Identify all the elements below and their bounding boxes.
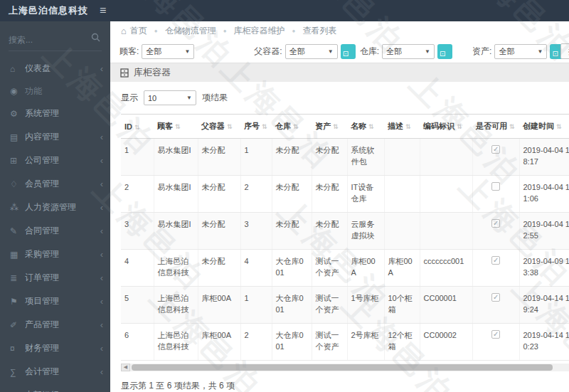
sidebar-item-accounting-management[interactable]: ∑会计管理‹	[0, 360, 110, 383]
sidebar-item-contract-management[interactable]: ✎合同管理‹	[0, 219, 110, 243]
search-input[interactable]	[9, 35, 90, 45]
column-header-code[interactable]: 编码标识⇅	[420, 115, 472, 139]
project-icon: ⚑	[10, 297, 25, 307]
sidebar-item-dashboard[interactable]: ⌂仪表盘‹	[0, 57, 110, 80]
cell-seq: 1	[240, 287, 272, 324]
column-header-warehouse[interactable]: 仓库⇅	[272, 115, 312, 139]
cell-seq: 2	[240, 324, 272, 361]
enabled-checkbox[interactable]	[491, 219, 500, 228]
column-header-name[interactable]: 名称⇅	[347, 115, 384, 139]
page-size-select[interactable]: 10 ▼	[144, 90, 196, 105]
sidebar-item-system-management[interactable]: ⚙系统管理	[0, 102, 110, 125]
cell-parent: 未分配	[198, 139, 240, 176]
contract-icon: ✎	[10, 226, 25, 236]
sidebar-item-internal-bank[interactable]: ≋内部银行‹	[0, 383, 110, 392]
list-panel: 显示 10 ▼ 项结果 ID⇅顾客⇅父容器⇅序号⇅仓库⇅资产⇅名称⇅描述⇅编码标…	[110, 82, 569, 392]
column-header-customer[interactable]: 顾客⇅	[154, 115, 198, 139]
cell-customer: 上海邑泊信息科技	[154, 287, 198, 324]
container-icon	[120, 68, 129, 78]
sidebar-item-project-management[interactable]: ⚑项目管理‹	[0, 290, 110, 313]
sidebar-item-procurement-management[interactable]: ▦采购管理‹	[0, 243, 110, 266]
sidebar-item-finance-management[interactable]: ¤财务管理‹	[0, 337, 110, 360]
product-icon: ✐	[10, 320, 25, 330]
filter-label: 父容器:	[254, 46, 282, 58]
enabled-checkbox[interactable]	[491, 293, 500, 302]
sidebar-item-label: 订单管理	[25, 272, 100, 284]
search-icon	[91, 33, 100, 42]
cell-name: 系统软件包	[347, 139, 384, 176]
cell-name: IT设备仓库	[347, 176, 384, 213]
cell-enabled	[472, 324, 519, 361]
cell-id: 1	[121, 139, 154, 176]
enabled-checkbox[interactable]	[491, 182, 500, 191]
scrollbar-track[interactable]	[130, 364, 569, 371]
cell-parent: 库柜00A	[198, 324, 240, 361]
column-header-asset[interactable]: 资产⇅	[312, 115, 347, 139]
hamburger-menu-icon[interactable]: ≡	[100, 5, 106, 16]
sidebar-item-hr-management[interactable]: ⁂人力资源管理‹	[0, 196, 110, 219]
cell-code	[420, 213, 472, 250]
filter-value: 全部	[499, 46, 514, 57]
cell-id: 4	[121, 250, 154, 287]
main-content: ⌂首页●仓储物流管理●库柜容器维护●查看列表 顾客:全部▼父容器:全部▼⊡仓库:…	[110, 21, 569, 392]
page-title: 库柜容器	[134, 66, 171, 79]
cell-created: 2019-04-04 14:58:17	[519, 139, 569, 176]
search-button[interactable]: 搜索	[560, 43, 569, 59]
sort-icon: ⇅	[333, 123, 339, 130]
cell-customer: 易水集团I	[154, 213, 198, 250]
cell-desc	[384, 213, 420, 250]
sort-icon: ⇅	[405, 123, 411, 130]
column-header-id[interactable]: ID⇅	[121, 115, 154, 139]
filter-select-customer[interactable]: 全部▼	[142, 44, 194, 59]
filter-select-warehouse[interactable]: 全部▼	[382, 44, 435, 59]
chevron-down-icon: ▼	[184, 48, 190, 55]
system-icon: ⚙	[10, 109, 25, 119]
sidebar-item-content-management[interactable]: ▤内容管理‹	[0, 125, 110, 149]
column-header-desc[interactable]: 描述⇅	[384, 115, 420, 139]
cell-id: 6	[121, 324, 154, 361]
cell-desc: 12个柜箱	[384, 324, 420, 361]
cell-customer: 上海邑泊信息科技	[154, 250, 198, 287]
picker-button-parent-container[interactable]: ⊡	[341, 44, 356, 59]
scrollbar-thumb[interactable]	[132, 364, 553, 371]
table-row: 3易水集团I未分配3未分配未分配云服务虚拟块2019-04-04 15:02:5…	[121, 213, 569, 250]
filter-customer: 顾客:全部▼	[119, 44, 194, 59]
cell-asset: 测试一个资产	[312, 250, 347, 287]
member-icon: ♢	[10, 179, 25, 189]
enabled-checkbox[interactable]	[491, 256, 500, 265]
finance-icon: ¤	[10, 344, 25, 354]
breadcrumb-item[interactable]: 仓储物流管理	[165, 25, 216, 37]
sort-icon: ⇅	[134, 124, 140, 131]
cell-enabled	[472, 176, 519, 213]
filter-select-asset[interactable]: 全部▼	[494, 44, 547, 59]
filter-value: 全部	[146, 46, 161, 57]
panel-title-bar: 库柜容器	[110, 63, 569, 82]
sidebar-item-member-management[interactable]: ♢会员管理‹	[0, 172, 110, 196]
column-header-enabled[interactable]: 是否可用⇅	[472, 115, 519, 139]
filter-select-parent-container[interactable]: 全部▼	[285, 44, 338, 59]
column-header-created[interactable]: 创建时间⇅	[519, 115, 569, 139]
sidebar-item-order-management[interactable]: ≣订单管理‹	[0, 266, 110, 290]
sort-icon: ⇅	[368, 123, 374, 130]
sidebar: ⌂仪表盘‹◉功能⚙系统管理▤内容管理‹⊞公司管理‹♢会员管理‹⁂人力资源管理‹✎…	[0, 21, 110, 392]
sidebar-item-label: 功能	[25, 85, 103, 97]
enabled-checkbox[interactable]	[491, 330, 500, 339]
column-header-seq[interactable]: 序号⇅	[240, 115, 272, 139]
picker-button-warehouse[interactable]: ⊡	[437, 44, 452, 59]
column-header-parent[interactable]: 父容器⇅	[198, 115, 240, 139]
sidebar-item-label: 仪表盘	[25, 63, 100, 75]
scroll-left-button[interactable]: ◀	[121, 364, 130, 371]
cell-id: 2	[121, 176, 154, 213]
cell-parent: 未分配	[198, 176, 240, 213]
breadcrumb-item[interactable]: 首页	[130, 25, 147, 37]
breadcrumb-item[interactable]: 库柜容器维护	[234, 25, 285, 37]
chevron-left-icon: ‹	[100, 296, 103, 307]
chevron-left-icon: ‹	[100, 319, 103, 330]
sidebar-item-label: 会员管理	[25, 178, 100, 190]
cell-desc	[384, 139, 420, 176]
breadcrumb-item[interactable]: 查看列表	[302, 25, 336, 37]
sidebar-item-company-management[interactable]: ⊞公司管理‹	[0, 149, 110, 172]
sidebar-item-label: 项目管理	[25, 295, 100, 307]
enabled-checkbox[interactable]	[491, 145, 500, 154]
sidebar-item-product-management[interactable]: ✐产品管理‹	[0, 313, 110, 337]
